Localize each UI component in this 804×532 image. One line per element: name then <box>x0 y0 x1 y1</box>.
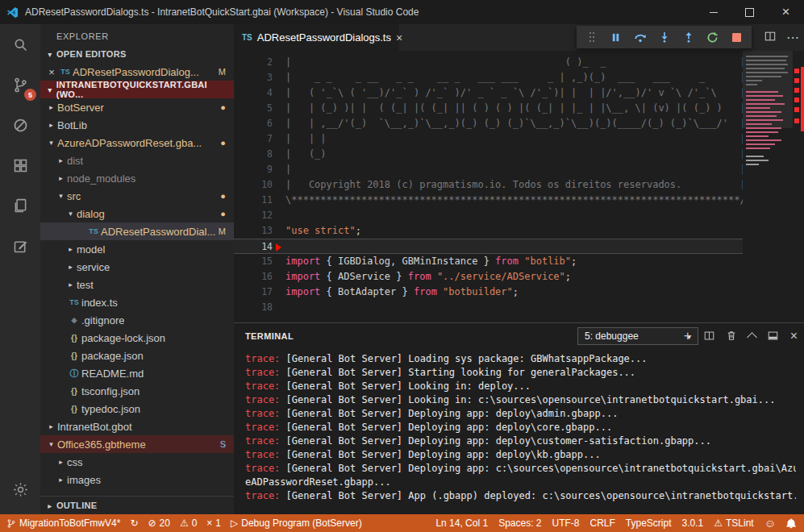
outline-header[interactable]: ▸ OUTLINE <box>40 496 234 514</box>
tree-item-test[interactable]: ▸test <box>40 276 234 293</box>
more-actions-icon[interactable]: ⋯ <box>786 30 799 45</box>
split-terminal-icon[interactable] <box>704 330 714 343</box>
tab-terminal[interactable]: TERMINAL <box>245 331 294 341</box>
tree-item-adresetpassworddial[interactable]: TSADResetPasswordDial...M <box>40 222 234 240</box>
line-content <box>273 208 285 223</box>
tree-item-package-json[interactable]: {}package.json <box>40 347 234 364</box>
tree-item-office365-gbtheme[interactable]: ▾Office365.gbthemeS <box>40 435 234 453</box>
status-label: UTF-8 <box>552 517 580 529</box>
terminal-line: trace: [General Bot Server] App (.gbapp)… <box>245 489 796 503</box>
tree-item-dialog[interactable]: ▾dialog● <box>40 205 234 222</box>
tree-item-dist[interactable]: ▸dist <box>40 152 234 169</box>
pause-button[interactable] <box>605 27 627 47</box>
tree-item-typedoc-json[interactable]: {}typedoc.json <box>40 400 234 418</box>
step-over-button[interactable] <box>629 27 651 47</box>
workspace-label: INTRANETBOTQUICKSTART.GBAI (WO... <box>56 80 234 99</box>
tree-item-label: Office365.gbtheme <box>57 438 146 451</box>
modified-dot-icon: ● <box>220 209 226 218</box>
ts-file-icon: TS <box>58 68 73 76</box>
open-editor-label: ADResetPasswordDialog... <box>73 66 199 78</box>
minimize-button[interactable] <box>695 0 731 24</box>
tree-item-label: service <box>77 261 110 273</box>
status-git-branch[interactable]: MigrationToBotFmwV4* <box>6 514 120 532</box>
close-panel-icon[interactable]: × <box>790 329 798 343</box>
status-indentation[interactable]: Spaces: 2 <box>498 514 541 532</box>
tree-item-package-lock-json[interactable]: {}package-lock.json <box>40 329 234 347</box>
restart-button[interactable] <box>702 27 723 47</box>
close-editor-icon[interactable]: × <box>45 66 58 78</box>
maximize-icon <box>745 8 754 17</box>
maximize-button[interactable] <box>731 0 768 24</box>
kill-terminal-icon[interactable] <box>727 330 736 343</box>
status-language-mode[interactable]: TypeScript <box>626 514 672 532</box>
tree-item-intranetbot-gbot[interactable]: ▸IntranetBot.gbot <box>40 418 234 435</box>
tree-item-label: BotServer <box>57 102 104 114</box>
vscode-logo-icon <box>6 6 19 19</box>
tree-item-service[interactable]: ▸service <box>40 258 234 276</box>
status-notifications-bell[interactable] <box>786 514 796 532</box>
tree-item-src[interactable]: ▾src● <box>40 187 234 205</box>
panel-actions: + × <box>684 323 798 349</box>
status-typescript-version[interactable]: 3.0.1 <box>682 514 704 532</box>
tree-item-images[interactable]: ▸images <box>40 471 234 488</box>
code-editor[interactable]: 2| ( )_ _ |3| _ _ _ __ _ _ __ _ ___ ___ … <box>234 51 804 322</box>
status-tslint-status[interactable]: ⚠TSLint <box>714 514 753 532</box>
workspace-header[interactable]: ▾ INTRANETBOTQUICKSTART.GBAI (WO... <box>40 81 234 98</box>
errors-icon: ⊘ <box>148 517 156 529</box>
line-number: 6 <box>234 116 273 131</box>
files-icon[interactable] <box>0 185 40 226</box>
close-button[interactable]: × <box>768 0 804 24</box>
chevron-right-icon: ▸ <box>45 121 57 129</box>
title-bar: ADResetPasswordDialogs.ts - IntranetBotQ… <box>0 0 804 24</box>
line-content: | ( )_ _ | <box>273 55 743 70</box>
search-icon[interactable] <box>0 24 40 64</box>
chevron-right-icon: ▸ <box>45 422 57 430</box>
tree-item-botlib[interactable]: ▸BotLib <box>40 116 234 134</box>
tree-item-index-ts[interactable]: TSindex.ts <box>40 293 234 311</box>
tree-item-botserver[interactable]: ▸BotServer● <box>40 98 234 116</box>
tree-item-label: .gitignore <box>81 314 124 326</box>
status-debug-program[interactable]: ▷Debug Program (BotServer) <box>231 514 362 532</box>
open-editors-header[interactable]: ▾ OPEN EDITORS <box>40 45 234 63</box>
tree-item-model[interactable]: ▸model <box>40 240 234 258</box>
status-errors[interactable]: ⊘20 <box>148 514 169 532</box>
edit-icon[interactable] <box>0 226 40 266</box>
debug-drag-handle[interactable] <box>581 27 602 47</box>
editor-actions: ⋯ <box>764 24 799 51</box>
status-fix-count[interactable]: ×1 <box>206 514 221 532</box>
tree-item-tsconfig-json[interactable]: {}tsconfig.json <box>40 382 234 400</box>
extensions-icon[interactable] <box>0 145 40 185</box>
status-cursor-position[interactable]: Ln 14, Col 1 <box>435 514 488 532</box>
status-feedback-smiley[interactable]: ☺ <box>764 514 776 532</box>
step-out-button[interactable] <box>677 27 699 47</box>
status-eol[interactable]: CRLF <box>590 514 615 532</box>
toggle-panel-icon[interactable] <box>768 330 778 343</box>
new-terminal-icon[interactable]: + <box>684 328 692 344</box>
tab-close-icon[interactable]: × <box>396 31 402 44</box>
terminal-select[interactable]: 5: debuggee ▾ <box>577 327 698 345</box>
open-editor-item[interactable]: ×TSADResetPasswordDialog...M <box>40 63 234 81</box>
window-controls: × <box>695 0 804 24</box>
step-into-button[interactable] <box>653 27 675 47</box>
panel-header: TERMINAL 5: debuggee ▾ + × <box>234 323 804 349</box>
debug-icon[interactable] <box>0 105 40 145</box>
status-warnings[interactable]: ⚠0 <box>180 514 197 532</box>
tree-item-readme-md[interactable]: ⓘREADME.md <box>40 364 234 382</box>
settings-gear-icon[interactable] <box>0 469 40 509</box>
status-sync[interactable]: ↻ <box>130 514 138 532</box>
tree-item-gitignore[interactable]: ◆.gitignore <box>40 311 234 329</box>
tree-item-azureadpasswordreset-gba[interactable]: ▾AzureADPasswordReset.gba...● <box>40 134 234 152</box>
source-control-icon[interactable]: 5 <box>0 64 40 105</box>
code-line-13: 13"use strict"; <box>234 223 743 239</box>
terminal-output[interactable]: trace: [General Bot Server] Loading sys … <box>245 352 796 513</box>
split-editor-icon[interactable] <box>764 31 776 45</box>
tree-item-css[interactable]: ▸css <box>40 453 234 471</box>
maximize-panel-icon[interactable] <box>748 331 756 341</box>
chevron-right-icon: ▸ <box>55 458 67 466</box>
tree-item-node-modules[interactable]: ▸node_modules <box>40 169 234 187</box>
code-line-4: 4| ( '_`\ ( '__)/'_` ) /'_` )/' _ ` _ `\… <box>234 85 743 101</box>
status-encoding[interactable]: UTF-8 <box>552 514 580 532</box>
stop-button[interactable] <box>726 27 748 47</box>
tab-adresetpassworddialogs[interactable]: TS ADResetPasswordDialogs.ts × <box>234 24 399 51</box>
minimap[interactable] <box>743 51 793 322</box>
